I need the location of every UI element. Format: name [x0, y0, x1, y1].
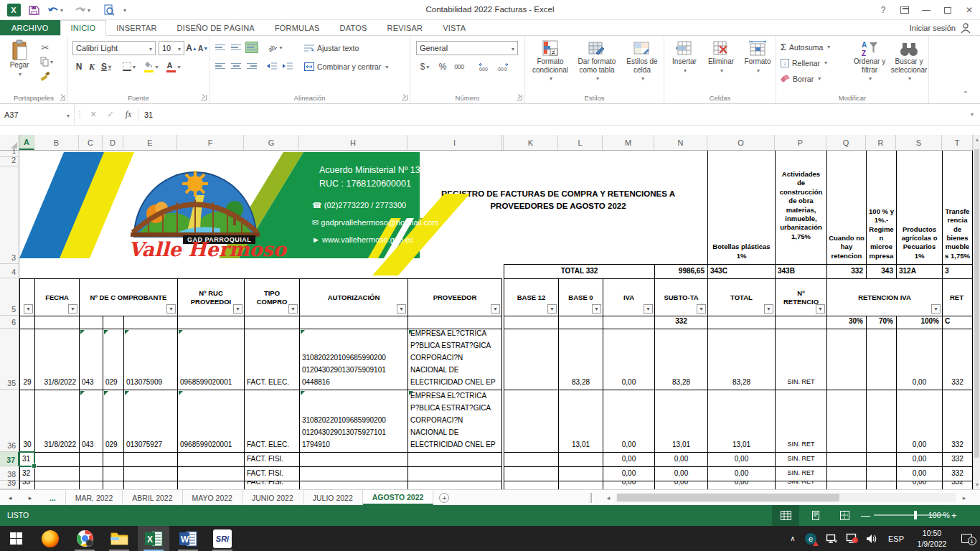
- cell-G39[interactable]: FACT. FISI.: [244, 481, 299, 489]
- sheet-tab-junio[interactable]: JUNIO 2022: [242, 490, 303, 505]
- header-ruc[interactable]: Nº RUC PROVEEDOI▼: [177, 278, 244, 316]
- align-center-icon[interactable]: [230, 60, 242, 72]
- zoom-in-button[interactable]: +: [951, 510, 957, 521]
- cancel-icon[interactable]: ✕: [85, 110, 102, 119]
- cell-O35[interactable]: 83,28: [707, 329, 775, 390]
- cell-R6[interactable]: 70%: [866, 316, 896, 329]
- cell-R3[interactable]: 100 % y 1%.- Regimen microempresa: [866, 151, 896, 264]
- cell-Q38[interactable]: [826, 466, 866, 481]
- header-total[interactable]: TOTAL▼: [707, 278, 775, 316]
- filter-icon[interactable]: ▼: [491, 304, 500, 314]
- underline-button[interactable]: S: [98, 60, 114, 73]
- percent-button[interactable]: %: [436, 60, 449, 73]
- cell-N37[interactable]: 0,00: [654, 452, 707, 466]
- header-base0[interactable]: BASE 0▼: [558, 278, 603, 316]
- filter-icon[interactable]: ▼: [68, 304, 77, 314]
- fill-color-button[interactable]: [141, 60, 161, 73]
- cell-Q35[interactable]: [826, 329, 866, 390]
- tab-vista[interactable]: VISTA: [433, 20, 476, 35]
- cell-E36[interactable]: 013075927: [123, 390, 177, 452]
- hscroll-right-icon[interactable]: ▸: [958, 492, 970, 504]
- cell-N38[interactable]: 0,00: [654, 466, 707, 481]
- cell-T3[interactable]: Transferencia de bienes muebles 1,75%: [942, 151, 973, 264]
- col-header-A[interactable]: A: [19, 135, 34, 150]
- paste-button[interactable]: Pegar: [4, 39, 34, 77]
- cell-F37[interactable]: [177, 452, 244, 466]
- cell-B37[interactable]: [34, 452, 79, 466]
- cell-T4[interactable]: 3: [942, 264, 973, 278]
- decrease-indent-icon[interactable]: [265, 60, 278, 72]
- cell-B38[interactable]: [34, 466, 79, 481]
- cell-C36[interactable]: 043: [79, 390, 103, 452]
- cell-K39[interactable]: [504, 481, 558, 489]
- col-header-B[interactable]: B: [34, 135, 79, 150]
- filter-icon[interactable]: ▼: [233, 304, 242, 314]
- cell-H37[interactable]: [299, 452, 407, 466]
- cell-Q36[interactable]: [826, 390, 866, 452]
- cell-K36[interactable]: [504, 390, 558, 452]
- cell-R38[interactable]: [866, 466, 896, 481]
- cell-K35[interactable]: [504, 329, 558, 390]
- cell-R39[interactable]: [866, 481, 896, 489]
- tray-eset-icon[interactable]: e: [802, 526, 819, 551]
- cell-H6[interactable]: [299, 316, 407, 329]
- cell-P37[interactable]: SIN. RET: [775, 452, 826, 466]
- align-bottom-icon[interactable]: [245, 42, 258, 53]
- header-iva[interactable]: IVA▼: [603, 278, 654, 316]
- header-comprobante[interactable]: Nº DE C OMPROBANTE▼: [79, 278, 177, 316]
- page-break-view-button[interactable]: [831, 505, 858, 526]
- tab-revisar[interactable]: REVISAR: [377, 20, 433, 35]
- maximize-button[interactable]: [937, 0, 958, 20]
- col-header-P[interactable]: P: [775, 135, 826, 150]
- col-header-F[interactable]: F: [177, 135, 244, 150]
- align-middle-icon[interactable]: [230, 42, 242, 53]
- cell-O3[interactable]: Botellas plásticas 1%: [707, 151, 775, 264]
- expand-formula-bar-icon[interactable]: ▾: [964, 111, 980, 118]
- sheet-tab-julio[interactable]: JULIO 2022: [303, 490, 363, 505]
- col-header-T[interactable]: T: [942, 135, 973, 150]
- insert-cells-button[interactable]: Insertar: [667, 40, 702, 74]
- taskbar-sri[interactable]: SRi: [207, 526, 238, 551]
- col-header-K[interactable]: K: [504, 135, 558, 150]
- filter-icon[interactable]: ▼: [397, 304, 406, 314]
- cell-M37[interactable]: 0,00: [603, 452, 654, 466]
- header-A[interactable]: ▼: [19, 278, 34, 316]
- cell-C6[interactable]: [79, 316, 103, 329]
- filter-icon[interactable]: ▼: [166, 304, 176, 314]
- select-all-corner[interactable]: [0, 135, 19, 150]
- tab-insertar[interactable]: INSERTAR: [106, 20, 166, 35]
- cell-E6[interactable]: [123, 316, 177, 329]
- col-header-I[interactable]: I: [407, 135, 502, 150]
- shrink-font-button[interactable]: A▼: [197, 41, 209, 55]
- cell-L36[interactable]: 13,01: [558, 390, 603, 452]
- number-format-select[interactable]: General: [416, 41, 518, 55]
- filter-icon[interactable]: ▼: [764, 304, 773, 314]
- cell-D36[interactable]: 029: [103, 390, 123, 452]
- taskbar-firefox[interactable]: [34, 526, 66, 551]
- ribbon-options-icon[interactable]: [894, 0, 915, 20]
- start-button[interactable]: [0, 526, 32, 551]
- format-cells-button[interactable]: Formato: [740, 40, 775, 74]
- sheet-tab-mar[interactable]: MAR. 2022: [65, 490, 123, 505]
- vertical-scroll-thumb[interactable]: [974, 149, 979, 458]
- cell-Q6[interactable]: 30%: [826, 316, 866, 329]
- sheet-tab-agosto[interactable]: AGOSTO 2022: [363, 490, 434, 505]
- collapse-ribbon-icon[interactable]: ⌃: [958, 88, 973, 99]
- cell-T36[interactable]: 332: [942, 390, 973, 452]
- cell-total-label[interactable]: TOTAL 332: [504, 264, 654, 278]
- cell-Q3[interactable]: Cuando no hay retencion: [826, 151, 866, 264]
- sort-filter-button[interactable]: AZ Ordenar y filtrar: [851, 40, 888, 83]
- filter-icon[interactable]: ▼: [24, 304, 33, 314]
- cell-D39[interactable]: [103, 481, 123, 489]
- format-painter-icon[interactable]: [39, 70, 52, 82]
- page-layout-view-button[interactable]: [802, 505, 829, 526]
- cell-Q37[interactable]: [826, 452, 866, 466]
- cell-T39[interactable]: 332: [942, 481, 973, 489]
- taskbar-explorer[interactable]: [103, 526, 135, 551]
- cell-S35[interactable]: 0,00: [896, 329, 942, 390]
- cell-F35[interactable]: 0968599020001: [177, 329, 244, 390]
- cell-G35[interactable]: FACT. ELEC.: [244, 329, 299, 390]
- col-header-S[interactable]: S: [896, 135, 942, 150]
- cell-A35[interactable]: 29: [19, 329, 34, 390]
- cell-K37[interactable]: [504, 452, 558, 466]
